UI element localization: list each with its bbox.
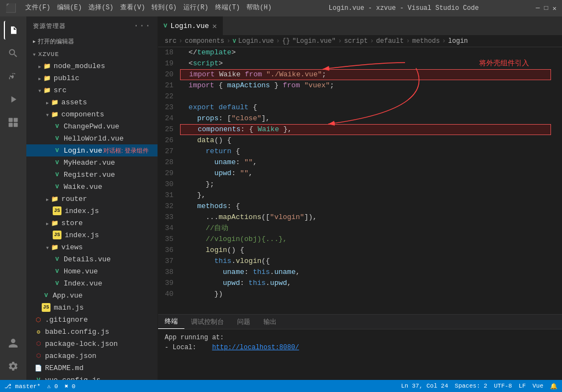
menu-run[interactable]: 运行(R) (183, 3, 209, 14)
code-content: </template> <script> import Waike from "… (180, 47, 562, 314)
status-bar: ⎇ master* ⚠ 0 ✖ 0 Ln 37, Col 24 Spaces: … (0, 380, 562, 392)
file-label: README.md (45, 364, 83, 372)
panel-tabs: 终端 调试控制台 问题 输出 (158, 315, 562, 329)
folder-router-icon: 📁 (50, 194, 59, 203)
folder-icon: 📁 (43, 61, 52, 70)
bc-obj-label[interactable]: "Login.vue" (292, 37, 335, 45)
search-icon[interactable] (4, 44, 23, 63)
tree-item-register[interactable]: V Register.vue (26, 169, 158, 181)
tab-login-vue[interactable]: V Login.vue ✕ (158, 16, 223, 35)
tree-item-vue-config[interactable]: V vue.config.js (26, 374, 158, 380)
panel-tab-terminal[interactable]: 终端 (158, 315, 184, 329)
indentation[interactable]: Spaces: 2 (455, 383, 487, 389)
root-folder-label[interactable]: ▼ XZVUE (26, 48, 158, 60)
tree-item-package-json[interactable]: ⬡ package.json (26, 350, 158, 362)
tree-item-login[interactable]: V Login.vue 对话框: 登录组件 (26, 144, 158, 156)
ln-18: 18 (162, 47, 173, 58)
ln-34: 34 (162, 223, 173, 234)
tree-item-myheader[interactable]: V MyHeader.vue (26, 156, 158, 169)
close-button[interactable]: ✕ (553, 4, 557, 13)
menu-help[interactable]: 帮助(H) (246, 3, 272, 14)
code-line-23: export default { (180, 102, 551, 113)
tab-close-button[interactable]: ✕ (212, 21, 217, 31)
tree-item-helloworld[interactable]: V HelloWorld.vue (26, 132, 158, 144)
menu-select[interactable]: 选择(S) (88, 3, 114, 14)
bc-sep2: › (227, 37, 231, 45)
tree-item-assets[interactable]: 📁 assets (26, 96, 158, 108)
minimize-button[interactable]: ─ (536, 4, 539, 13)
tree-item-readme[interactable]: 📄 README.md (26, 362, 158, 374)
bc-methods[interactable]: methods (412, 37, 440, 45)
menu-view[interactable]: 查看(V) (120, 3, 145, 14)
ln-30: 30 (162, 179, 173, 190)
tree-item-home[interactable]: V Home.vue (26, 265, 158, 277)
tabs-bar: V Login.vue ✕ (158, 16, 562, 36)
tree-item-store-index[interactable]: JS index.js (26, 229, 158, 241)
warnings-count[interactable]: ⚠ 0 (47, 383, 58, 390)
tree-item-views[interactable]: 📁 views (26, 241, 158, 253)
terminal-url[interactable]: http://localhost:8080/ (212, 344, 299, 351)
ln-31: 31 (162, 190, 173, 201)
vue-file-icon: V (53, 134, 61, 143)
explorer-icon[interactable] (4, 21, 23, 40)
tree-item-store[interactable]: 📁 store (26, 217, 158, 229)
folder-triangle (46, 110, 50, 119)
code-line-20: import Waike from "./Waike.vue"; (180, 69, 551, 80)
language-mode[interactable]: Vue (532, 383, 543, 389)
encoding[interactable]: UTF-8 (494, 383, 512, 389)
open-editors-section[interactable]: ▶ 打开的编辑器 (26, 35, 158, 48)
tree-item-router[interactable]: 📁 router (26, 193, 158, 205)
sidebar-menu-dots[interactable]: ··· (133, 21, 151, 31)
ln-38: 38 (162, 267, 173, 278)
git-branch[interactable]: ⎇ master* (4, 383, 41, 390)
bc-components[interactable]: components (185, 37, 224, 45)
login-annotation: 对话框: 登录组件 (103, 147, 149, 155)
tree-item-gitignore[interactable]: ⬡ .gitignore (26, 313, 158, 326)
bc-sep1: › (179, 37, 183, 45)
tree-item-main-js[interactable]: JS main.js (26, 301, 158, 313)
tab-label: Login.vue (171, 22, 209, 30)
code-editor[interactable]: 18 19 20 21 22 23 24 25 26 27 28 29 30 3… (158, 47, 562, 314)
tree-item-src[interactable]: 📁 src (26, 84, 158, 96)
tree-item-changepwd[interactable]: V ChangePwd.vue (26, 120, 158, 132)
account-icon[interactable] (4, 334, 23, 352)
tree-item-details[interactable]: V Details.vue (26, 253, 158, 265)
settings-icon[interactable] (4, 357, 23, 376)
tree-item-node-modules[interactable]: 📁 node_modules (26, 60, 158, 72)
folder-triangle (46, 195, 50, 203)
tree-item-waike[interactable]: V Waike.vue (26, 181, 158, 193)
errors-count[interactable]: ✖ 0 (65, 383, 76, 390)
tree-item-package-lock[interactable]: ⬡ package-lock.json (26, 338, 158, 350)
bc-default[interactable]: default (376, 37, 403, 45)
source-control-icon[interactable] (4, 67, 23, 86)
extensions-icon[interactable] (4, 113, 23, 132)
menu-edit[interactable]: 编辑(E) (57, 3, 82, 14)
line-ending[interactable]: LF (519, 383, 526, 389)
bc-src[interactable]: src (165, 37, 177, 45)
menu-file[interactable]: 文件(F) (25, 3, 50, 14)
tree-item-public[interactable]: 📁 public (26, 72, 158, 84)
tree-item-components[interactable]: 📁 components (26, 108, 158, 120)
bc-script[interactable]: script (344, 37, 368, 45)
bc-login[interactable]: login (448, 37, 468, 45)
cursor-position[interactable]: Ln 37, Col 24 (401, 383, 448, 389)
maximize-button[interactable]: □ (544, 4, 548, 13)
root-tri: ▼ (33, 52, 36, 57)
tree-item-babel[interactable]: ⚙ babel.config.js (26, 326, 158, 338)
run-icon[interactable] (4, 90, 23, 109)
tree-item-router-index[interactable]: JS index.js (26, 205, 158, 217)
open-editors-triangle: ▶ (33, 39, 36, 44)
md-icon: 📄 (34, 363, 43, 372)
panel-tab-problems[interactable]: 问题 (231, 315, 257, 329)
tree-item-app[interactable]: V App.vue (26, 289, 158, 301)
ln-28: 28 (162, 157, 173, 168)
notifications-bell[interactable]: 🔔 (550, 383, 558, 390)
menu-terminal[interactable]: 终端(T) (215, 3, 240, 14)
panel-tab-debug[interactable]: 调试控制台 (184, 315, 231, 329)
ln-33: 33 (162, 212, 173, 223)
tree-item-index[interactable]: V Index.vue (26, 277, 158, 289)
bc-filename[interactable]: Login.vue (238, 37, 274, 45)
panel-tab-output[interactable]: 输出 (257, 315, 283, 329)
menu-goto[interactable]: 转到(G) (151, 3, 177, 14)
ln-21: 21 (162, 80, 173, 91)
